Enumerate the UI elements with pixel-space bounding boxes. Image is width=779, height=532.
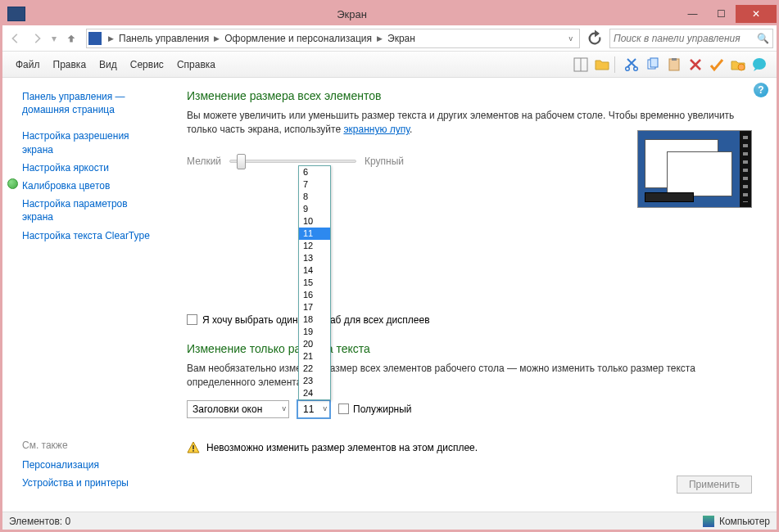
copy-icon[interactable] [644, 56, 662, 74]
svg-rect-7 [672, 58, 677, 61]
warning-text: Невозможно изменить размер элементов на … [206, 442, 478, 453]
svg-rect-11 [192, 450, 194, 452]
apply-button[interactable]: Применить [677, 476, 752, 494]
search-box[interactable]: 🔍 [609, 29, 773, 48]
scale-slider[interactable] [229, 160, 356, 163]
font-size-option[interactable]: 13 [299, 252, 330, 264]
main-panel: Изменение размера всех элементов Вы може… [170, 78, 777, 512]
check-icon[interactable] [708, 56, 726, 74]
preview-image [637, 130, 752, 208]
slider-label-small: Мелкий [187, 156, 221, 167]
sidebar-brightness-link[interactable]: Настройка яркости [22, 159, 170, 177]
heading-text-only: Изменение только размера текста [187, 342, 760, 355]
delete-icon[interactable] [686, 56, 704, 74]
new-folder-icon[interactable] [729, 56, 747, 74]
chevron-down-icon: v [324, 404, 328, 413]
menu-view[interactable]: Вид [93, 56, 124, 74]
menu-tools[interactable]: Сервис [124, 56, 170, 74]
font-size-value: 11 [303, 404, 314, 415]
window-title: Экран [25, 8, 678, 20]
location-icon [88, 32, 102, 45]
font-size-option[interactable]: 12 [299, 240, 330, 252]
warning-row: Невозможно изменить размер элементов на … [187, 441, 760, 454]
breadcrumb-item[interactable]: Оформление и персонализация [223, 33, 374, 44]
text-size-selectors: Заголовки окон v 11 v 678910111213141516… [187, 400, 760, 418]
recent-locations-button[interactable]: ▾ [48, 29, 60, 48]
breadcrumb[interactable]: ▶ Панель управления ▶ Оформление и персо… [86, 29, 580, 48]
status-location: Компьютер [719, 516, 770, 527]
chevron-down-icon: v [283, 404, 287, 413]
single-scale-checkbox[interactable] [187, 314, 197, 325]
sidebar: Панель управления — домашняя страница На… [2, 78, 170, 512]
shield-icon [7, 178, 18, 189]
status-bar: Элементов: 0 Компьютер [2, 512, 777, 530]
paste-icon[interactable] [665, 56, 683, 74]
slider-thumb[interactable] [237, 154, 246, 169]
svg-point-2 [626, 66, 630, 70]
help-bubble-icon[interactable] [750, 56, 768, 74]
font-size-option[interactable]: 10 [299, 215, 330, 228]
sidebar-resolution-link[interactable]: Настройка разрешения экрана [22, 127, 161, 158]
menu-edit[interactable]: Правка [47, 56, 93, 74]
sidebar-calibration-link[interactable]: Калибровка цветов [22, 177, 110, 195]
svg-rect-6 [669, 59, 679, 70]
sidebar-display-settings-link[interactable]: Настройка параметров экрана [22, 195, 161, 226]
font-size-option[interactable]: 15 [299, 277, 330, 289]
nav-bar: ▾ ▶ Панель управления ▶ Оформление и пер… [2, 25, 777, 52]
close-button[interactable]: ✕ [736, 5, 777, 23]
font-size-option[interactable]: 21 [299, 350, 330, 363]
font-size-option[interactable]: 17 [299, 301, 330, 313]
separator [614, 56, 619, 73]
font-size-option[interactable]: 6 [299, 166, 330, 178]
menu-bar: Файл Правка Вид Сервис Справка [2, 52, 777, 78]
content-area: ? Панель управления — домашняя страница … [2, 78, 777, 512]
breadcrumb-item[interactable]: Экран [386, 33, 417, 44]
sidebar-devices-link[interactable]: Устройства и принтеры [22, 474, 129, 492]
font-size-option[interactable]: 18 [299, 313, 330, 326]
search-input[interactable] [614, 33, 757, 44]
search-icon[interactable]: 🔍 [757, 33, 769, 44]
up-button[interactable] [61, 29, 81, 48]
app-icon [7, 7, 25, 21]
font-size-option[interactable]: 11 [299, 228, 330, 240]
breadcrumb-dropdown[interactable]: v [564, 34, 578, 43]
forward-button[interactable] [27, 29, 47, 48]
font-size-option[interactable]: 23 [299, 375, 330, 387]
font-size-option[interactable]: 14 [299, 264, 330, 277]
font-size-option[interactable]: 16 [299, 289, 330, 301]
element-type-select[interactable]: Заголовки окон v [187, 400, 289, 418]
sidebar-personalization-link[interactable]: Персонализация [22, 456, 129, 474]
text-only-desc: Вам необязательно изменять размер всех э… [187, 362, 760, 390]
bold-checkbox[interactable] [338, 404, 349, 414]
cut-icon[interactable] [623, 56, 641, 74]
font-size-select[interactable]: 11 v 6789101112131415161718192021222324 [297, 400, 330, 418]
status-item-count: Элементов: 0 [9, 516, 70, 527]
svg-rect-10 [192, 445, 194, 449]
menu-file[interactable]: Файл [9, 56, 47, 74]
back-button[interactable] [6, 29, 25, 48]
minimize-button[interactable]: — [678, 5, 707, 23]
menu-help[interactable]: Справка [170, 56, 222, 74]
maximize-button[interactable]: ☐ [707, 5, 736, 23]
sidebar-cleartype-link[interactable]: Настройка текста ClearType [22, 227, 170, 245]
breadcrumb-item[interactable]: Панель управления [117, 33, 211, 44]
bold-label[interactable]: Полужирный [353, 404, 412, 415]
refresh-button[interactable] [585, 29, 605, 48]
computer-icon [703, 516, 714, 527]
layout-icon[interactable] [572, 56, 590, 74]
svg-rect-5 [650, 58, 658, 67]
font-size-option[interactable]: 9 [299, 203, 330, 215]
font-size-option[interactable]: 19 [299, 326, 330, 338]
svg-point-8 [738, 64, 745, 70]
font-size-option[interactable]: 8 [299, 191, 330, 203]
single-scale-checkbox-row: Я хочу выбрать один масштаб для всех дис… [187, 314, 760, 326]
magnifier-link[interactable]: экранную лупу [343, 124, 410, 135]
svg-point-9 [753, 58, 766, 70]
sidebar-home-link[interactable]: Панель управления — домашняя страница [22, 88, 161, 119]
folder-icon[interactable] [593, 56, 611, 74]
warning-icon [187, 441, 200, 454]
font-size-option[interactable]: 20 [299, 338, 330, 350]
font-size-option[interactable]: 22 [299, 363, 330, 375]
font-size-option[interactable]: 7 [299, 178, 330, 191]
font-size-option[interactable]: 24 [299, 387, 330, 399]
